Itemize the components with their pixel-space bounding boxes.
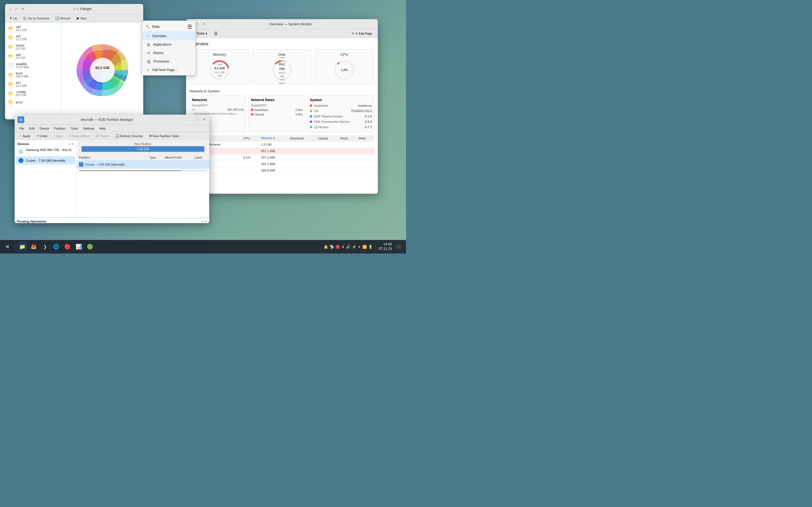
partition-scrollbar[interactable] bbox=[79, 170, 207, 171]
sysmon-menu-btn[interactable]: ☰ bbox=[212, 31, 220, 37]
new-table-btn[interactable]: ⊞ New Partition Table bbox=[147, 133, 182, 138]
col-cpu[interactable]: CPU bbox=[241, 135, 259, 142]
hostname-dot bbox=[310, 105, 312, 107]
taskbar-partition-btn[interactable]: 🟢 bbox=[85, 242, 95, 252]
power-icon[interactable]: ⚡ bbox=[352, 245, 356, 249]
col-type[interactable]: Type bbox=[147, 155, 163, 161]
table-row[interactable]: Firefox Web Browser 1,5 GiB bbox=[190, 142, 374, 148]
system-monitor-window: – □ ✕ Overview — System Monitor 🔧 Tools … bbox=[186, 19, 378, 194]
filelight-more-btn[interactable]: ⋮ bbox=[90, 15, 98, 21]
col-partition[interactable]: Partition bbox=[77, 155, 147, 161]
firefox-icon: 🦊 bbox=[31, 244, 37, 250]
network-tray-icon[interactable]: 📡 bbox=[329, 245, 334, 249]
menu-help[interactable]: Help bbox=[97, 126, 108, 131]
volume-icon[interactable]: 🔊 bbox=[346, 245, 350, 249]
file-manager-icon: 📁 bbox=[19, 244, 26, 250]
menu-settings[interactable]: Settings bbox=[81, 126, 96, 131]
taskbar-clock[interactable]: 14:06 07.11.24 bbox=[378, 242, 392, 251]
system-monitor-dropdown: 🔧 Tools ☰ ○ Overview ⊞ Applications ↺ Hi… bbox=[142, 20, 196, 75]
refresh-btn[interactable]: 🔄 Refresh Devices bbox=[113, 133, 145, 138]
chevron-down-icon: ▾ bbox=[206, 32, 207, 36]
wifi-icon[interactable]: 📶 bbox=[362, 245, 367, 249]
col-download[interactable]: Download bbox=[288, 135, 316, 142]
dropdown-overview-item[interactable]: ○ Overview bbox=[142, 32, 195, 40]
table-row[interactable]: Akregator 402,2 MiB bbox=[190, 161, 374, 167]
filelight-window-controls: – □ ✕ bbox=[8, 7, 25, 11]
tray-icon-1[interactable]: 🔴 bbox=[336, 245, 340, 249]
dropdown-processes-item[interactable]: ▤ Processes bbox=[142, 57, 195, 66]
list-item[interactable]: 📁 home/ 6,5 GiB bbox=[5, 42, 61, 52]
edit-icon: ✎ bbox=[352, 32, 354, 36]
taskbar-file-manager-btn[interactable]: 📁 bbox=[17, 242, 28, 252]
dropdown-add-page-item[interactable]: + Add New Page... bbox=[142, 66, 195, 74]
filelight-rescan-btn[interactable]: 🔄 Rescan bbox=[53, 15, 73, 21]
taskbar-krita-btn[interactable]: 🔴 bbox=[62, 242, 72, 252]
sysmon-titlebar: – □ ✕ Overview — System Monitor bbox=[186, 19, 378, 29]
up-icon: ⬆ bbox=[10, 16, 12, 20]
partition-maximize-btn[interactable]: □ bbox=[196, 117, 200, 122]
col-label[interactable]: Label bbox=[192, 155, 209, 161]
taskbar-browser-btn[interactable]: 🌐 bbox=[51, 242, 61, 252]
table-row[interactable]: Krita 857,1 MiB bbox=[190, 148, 374, 154]
table-row[interactable]: Cruzer – 7,50 GiB (/dev/sdb) bbox=[77, 161, 209, 169]
device-item-ssd[interactable]: 💿 Samsung SSD 980 1TB – 931,51 ... bbox=[16, 147, 75, 156]
sysmon-maximize-btn[interactable]: □ bbox=[195, 22, 200, 26]
sysmon-edit-page-btn[interactable]: ✎ ✎ Edit Page bbox=[349, 31, 375, 36]
filelight-stop-btn[interactable]: ⏹ Stop bbox=[74, 15, 89, 21]
taskbar-app-menu-btn[interactable]: ✕ bbox=[2, 242, 12, 252]
folder-icon: 📁 bbox=[8, 35, 13, 40]
filelight-up-btn[interactable]: ⬆ Up bbox=[7, 15, 19, 21]
pending-operations-panel: Pending Operations ◇ ✕ 🗑 Delete partitio… bbox=[15, 217, 209, 223]
history-icon: ↺ bbox=[147, 51, 150, 55]
tools-icon: 🔧 bbox=[146, 25, 150, 29]
taskbar-terminal-btn[interactable]: ❯ bbox=[40, 242, 50, 252]
undo-btn[interactable]: ↩ Undo bbox=[35, 133, 50, 138]
col-memory[interactable]: Memory ▾ bbox=[259, 135, 288, 142]
filelight-close-btn[interactable]: ✕ bbox=[20, 7, 25, 11]
network-rates-title: Network Rates bbox=[251, 98, 303, 102]
battery-icon[interactable]: 🔋 bbox=[368, 245, 373, 249]
taskbar-sysmon-btn[interactable]: 📊 bbox=[73, 242, 84, 252]
dropdown-history-item[interactable]: ↺ History bbox=[142, 49, 195, 57]
sysmon-close-btn[interactable]: ✕ bbox=[201, 22, 206, 26]
filelight-window: – □ ✕ / — Filelight ⬆ Up 🏠 Go to Overvie… bbox=[5, 4, 143, 119]
list-item[interactable]: 📄 swapfile 512,0 MiB bbox=[5, 61, 61, 70]
col-mount-point[interactable]: Mount Point bbox=[163, 155, 192, 161]
taskbar-firefox-btn[interactable]: 🦊 bbox=[29, 242, 39, 252]
system-title: System bbox=[310, 98, 372, 102]
list-item[interactable]: 📁 var/ 18,3 GiB bbox=[5, 24, 61, 33]
sysmon-taskbar-icon: 📊 bbox=[75, 244, 82, 250]
list-item[interactable]: 📁 boot/ 438,4 MiB bbox=[5, 70, 61, 79]
notification-icon[interactable]: 🔔 bbox=[324, 245, 328, 249]
col-write[interactable]: Write bbox=[356, 135, 374, 142]
table-row[interactable]: Discover 0,1% 597,2 MiB bbox=[190, 154, 374, 161]
menu-device[interactable]: Device bbox=[38, 126, 52, 131]
list-item[interactable]: 📁 opt/ 2,0 GiB bbox=[5, 52, 61, 61]
brightness-icon[interactable]: ✦ bbox=[358, 245, 361, 249]
menu-tools[interactable]: Tools bbox=[68, 126, 80, 131]
filelight-minimize-btn[interactable]: – bbox=[8, 7, 12, 11]
list-item[interactable]: 📁 proc/ bbox=[5, 98, 61, 106]
partition-minimize-btn[interactable]: – bbox=[190, 117, 194, 122]
menu-partition[interactable]: Partition bbox=[52, 126, 68, 131]
partition-close-btn[interactable]: ✕ bbox=[202, 117, 206, 122]
table-row[interactable]: Spectacle 280,8 MiB bbox=[190, 167, 374, 174]
filelight-overview-btn[interactable]: 🏠 Go to Overview bbox=[20, 15, 52, 21]
list-item[interactable]: 📁 etc/ 13,2 MiB bbox=[5, 79, 61, 89]
new-icon: □ bbox=[54, 134, 56, 138]
usb-icon: 🔵 bbox=[18, 158, 24, 163]
show-desktop-btn[interactable]: ⬛ bbox=[394, 242, 404, 252]
col-upload[interactable]: Upload bbox=[316, 135, 338, 142]
download-tray-icon[interactable]: ⬇ bbox=[342, 245, 345, 249]
menu-file[interactable]: File bbox=[17, 126, 27, 131]
dropdown-applications-item[interactable]: ⊞ Applications bbox=[142, 40, 195, 49]
menu-edit[interactable]: Edit bbox=[27, 126, 37, 131]
apply-btn[interactable]: ✓ Apply bbox=[17, 133, 33, 138]
list-item[interactable]: 📁 usr/ 12,5 GiB bbox=[5, 33, 61, 42]
ipv4-label: v4 bbox=[192, 108, 195, 111]
filelight-maximize-btn[interactable]: □ bbox=[14, 7, 18, 11]
device-item-cruzer[interactable]: 🔵 Cruzer – 7,50 GiB (/dev/sdb) bbox=[16, 156, 75, 165]
col-read[interactable]: Read bbox=[338, 135, 356, 142]
list-item[interactable]: 📁 .config/ 20,0 KiB bbox=[5, 89, 61, 98]
taskbar-separator-2 bbox=[375, 243, 376, 251]
